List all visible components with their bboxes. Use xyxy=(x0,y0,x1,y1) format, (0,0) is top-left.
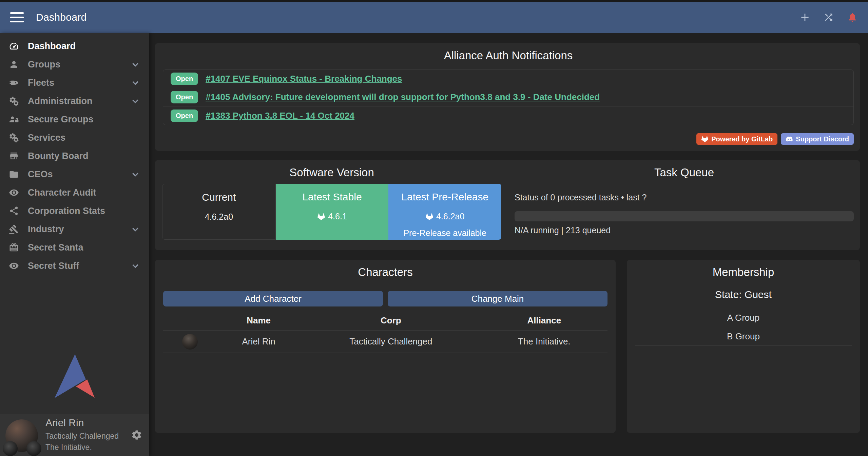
user-avatar[interactable] xyxy=(5,419,38,452)
sidebar-item-label: Fleets xyxy=(28,78,54,88)
hammer-icon xyxy=(8,224,20,234)
page-title: Dashboard xyxy=(36,12,86,23)
menu-toggle-icon[interactable] xyxy=(10,12,24,22)
sidebar-item-secret-santa[interactable]: Secret Santa xyxy=(0,238,149,257)
sidebar-item-bounty-board[interactable]: Bounty Board xyxy=(0,147,149,165)
sidebar-item-label: Dashboard xyxy=(28,41,76,52)
software-version-title: Software Version xyxy=(162,160,501,179)
status-badge: Open xyxy=(171,73,198,85)
character-name: Ariel Rin xyxy=(216,336,301,347)
corp-logo-badge xyxy=(3,441,18,456)
notification-link[interactable]: #1405 Advisory: Future development will … xyxy=(206,92,600,102)
sidebar-item-label: Secret Stuff xyxy=(28,261,79,271)
notification-link[interactable]: #1383 Python 3.8 EOL - 14 Oct 2024 xyxy=(206,111,354,121)
sidebar-item-dashboard[interactable]: Dashboard xyxy=(0,37,149,55)
sidebar-item-fleets[interactable]: Fleets xyxy=(0,74,149,92)
sidebar-item-groups[interactable]: Groups xyxy=(0,55,149,74)
notifications-bell-icon[interactable] xyxy=(847,12,858,23)
gauge-icon xyxy=(8,41,20,51)
sidebar-item-corporation-stats[interactable]: Corporation Stats xyxy=(0,202,149,220)
notifications-list: Open #1407 EVE Equinox Status - Breaking… xyxy=(163,70,854,125)
user-alliance: The Initiative. xyxy=(45,442,119,453)
sidebar-item-secure-groups[interactable]: Secure Groups xyxy=(0,110,149,128)
gitlab-icon xyxy=(317,213,325,221)
user-lock-icon xyxy=(8,114,20,124)
version-stable-label: Latest Stable xyxy=(276,191,389,203)
cogs-icon xyxy=(8,96,20,106)
character-row: Ariel Rin Tactically Challenged The Init… xyxy=(163,331,607,353)
sidebar-item-label: Bounty Board xyxy=(28,151,89,161)
sidebar-item-ceos[interactable]: CEOs xyxy=(0,165,149,183)
notifications-panel: Alliance Auth Notifications Open #1407 E… xyxy=(155,43,860,151)
gitlab-badge[interactable]: Powered by GitLab xyxy=(696,133,777,145)
version-stable-value[interactable]: 4.6.1 xyxy=(328,212,347,221)
sidebar-item-industry[interactable]: Industry xyxy=(0,220,149,238)
sidebar-item-label: Groups xyxy=(28,59,60,70)
group-item: A Group xyxy=(635,309,852,327)
add-character-button[interactable]: Add Character xyxy=(163,291,383,306)
characters-table-header: Name Corp Alliance xyxy=(163,315,607,331)
membership-panel: Membership State: Guest A Group B Group xyxy=(627,260,860,433)
task-queue-title: Task Queue xyxy=(515,160,854,179)
chevron-down-icon xyxy=(131,78,140,87)
sidebar-item-label: Industry xyxy=(28,224,64,235)
status-badge: Open xyxy=(171,91,198,103)
user-corp: Tactically Challenged xyxy=(45,431,119,442)
prerelease-note: Pre-Release available xyxy=(388,228,501,238)
discord-badge-label: Support Discord xyxy=(796,135,849,143)
status-badge: Open xyxy=(171,110,198,122)
folder-icon xyxy=(8,169,20,179)
sidebar-item-label: Secure Groups xyxy=(28,114,94,125)
gifts-icon xyxy=(8,242,20,253)
shuttle-icon xyxy=(8,78,20,88)
version-prerelease-label: Latest Pre-Release xyxy=(388,191,501,203)
sidebar-item-label: Corporation Stats xyxy=(28,206,105,216)
user-icon xyxy=(8,59,20,70)
notification-item: Open #1405 Advisory: Future development … xyxy=(163,88,853,106)
user-panel: Ariel Rin Tactically Challenged The Init… xyxy=(0,414,149,456)
membership-title: Membership xyxy=(635,260,852,279)
chevron-down-icon xyxy=(131,97,140,105)
change-main-button[interactable]: Change Main xyxy=(388,291,607,306)
character-alliance: The Initiative. xyxy=(481,336,607,347)
settings-gear-icon[interactable] xyxy=(131,429,142,441)
eye-icon xyxy=(8,261,20,271)
sidebar: Dashboard Groups Fleets Administration S… xyxy=(0,33,149,456)
column-header-alliance: Alliance xyxy=(481,315,607,326)
notification-item: Open #1383 Python 3.8 EOL - 14 Oct 2024 xyxy=(163,106,853,125)
membership-state: State: Guest xyxy=(635,289,852,300)
notification-link[interactable]: #1407 EVE Equinox Status - Breaking Chan… xyxy=(206,74,402,84)
discord-icon xyxy=(786,135,793,143)
version-prerelease-value[interactable]: 4.6.2a0 xyxy=(436,212,464,221)
task-queue-status: Status of 0 processed tasks • last ? xyxy=(515,193,854,202)
gitlab-badge-label: Powered by GitLab xyxy=(711,135,773,143)
sidebar-item-administration[interactable]: Administration xyxy=(0,92,149,110)
alliance-logo-badge xyxy=(26,441,41,456)
characters-panel: Characters Add Character Change Main Nam… xyxy=(155,260,616,433)
group-item: B Group xyxy=(635,327,852,346)
version-current-label: Current xyxy=(162,192,275,203)
alliance-auth-logo xyxy=(0,353,149,399)
add-icon[interactable] xyxy=(799,12,810,23)
cogs-icon xyxy=(8,133,20,143)
switch-character-icon[interactable] xyxy=(823,12,834,23)
task-queue-progressbar xyxy=(515,211,854,221)
sidebar-item-secret-stuff[interactable]: Secret Stuff xyxy=(0,257,149,275)
membership-groups-list: A Group B Group xyxy=(635,309,852,346)
sidebar-item-services[interactable]: Services xyxy=(0,128,149,147)
sidebar-item-character-audit[interactable]: Character Audit xyxy=(0,183,149,202)
notifications-title: Alliance Auth Notifications xyxy=(163,43,854,62)
version-stable-box: Latest Stable 4.6.1 xyxy=(276,184,389,240)
character-portrait xyxy=(182,334,198,350)
characters-title: Characters xyxy=(163,260,607,279)
sidebar-item-label: Services xyxy=(28,133,65,143)
sidebar-item-label: Secret Santa xyxy=(28,242,83,253)
store-icon xyxy=(8,151,20,161)
gitlab-icon xyxy=(425,213,433,221)
version-current-box: Current 4.6.2a0 xyxy=(162,184,276,240)
top-navbar: Dashboard xyxy=(0,2,868,33)
discord-badge[interactable]: Support Discord xyxy=(781,133,854,145)
version-prerelease-box: Latest Pre-Release 4.6.2a0 Pre-Release a… xyxy=(388,184,501,240)
share-icon xyxy=(8,206,20,216)
notification-item: Open #1407 EVE Equinox Status - Breaking… xyxy=(163,70,853,88)
